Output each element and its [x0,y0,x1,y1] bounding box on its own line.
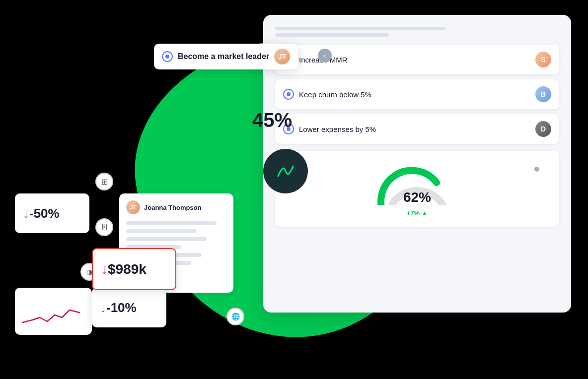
back-button[interactable]: ‹ [318,49,332,63]
objective-card-mmr[interactable]: Increase MMR S [275,45,559,74]
down-arrow-icon: ↓ [100,300,106,315]
avatar-male: B [535,86,551,102]
globe-icon: 🌐 [231,313,240,320]
joanna-name: Joanna Thompson [144,204,202,211]
card-989k: ↓$989k [92,248,176,290]
market-leader-icon [162,51,173,62]
stat-45-value: 45% [252,109,292,131]
line-chart-svg [20,293,87,330]
card-minus50: ↓-50% [15,193,89,233]
skeleton-bar [275,33,389,37]
globe-icon-button[interactable]: 🌐 [226,308,244,325]
chart-card [15,288,92,335]
stat-45-container: ↑45% [243,109,292,131]
joanna-bar-1 [126,221,217,225]
avatar-female: S [535,52,551,67]
joanna-avatar: JT [126,200,140,214]
main-panel: Increase MMR S Keep churn below 5% B [263,15,571,313]
top-skeleton [275,27,559,37]
gauge-dot [534,167,539,172]
database-icon-button[interactable]: 🗄 [95,218,113,236]
card-minus10: ↓-10% [92,288,166,327]
grid-icon: ⊞ [101,177,108,187]
scene: Increase MMR S Keep churn below 5% B [0,0,588,379]
objective-card-churn[interactable]: Keep churn below 5% B [275,79,559,109]
metric-minus50: ↓-50% [23,206,81,221]
market-leader-icon-inner [165,55,169,59]
minus10-value: -10% [106,300,137,315]
stat-45-arrow: ↑ [243,111,252,131]
metric-minus10: ↓-10% [100,300,158,316]
avatar-dark: D [535,121,551,137]
market-leader-label: Become a market leader [178,52,269,61]
down-arrow-icon: ↓ [101,261,108,277]
metric-989k: ↓$989k [101,261,167,277]
gauge-percent: 62% [403,190,431,205]
objective-label: Keep churn below 5% [299,90,371,99]
database-icon: 🗄 [101,223,108,231]
objective-icon [283,89,294,100]
joanna-name-row: JT Joanna Thompson [126,200,226,214]
minus50-value: -50% [29,206,60,221]
market-leader-avatar: JT [274,49,290,64]
989k-value: $989k [108,261,147,277]
back-arrow-icon: ‹ [324,52,326,60]
objective-card-expenses[interactable]: Lower expenses by 5% D [275,114,559,144]
avatar-market-leader: JT [274,49,290,64]
joanna-bar-3 [126,237,207,241]
objective-avatar: D [535,121,551,137]
brand-logo-icon [273,159,298,184]
skeleton-bar [275,27,445,30]
gauge-container: 62% [377,161,457,205]
market-leader-card[interactable]: Become a market leader JT [154,44,298,69]
objective-avatar: B [535,86,551,102]
brand-circle [263,149,308,193]
grid-icon-button[interactable]: ⊞ [95,173,113,190]
gauge-change: +7% ▲ [407,209,428,217]
objective-avatar: S [535,52,551,67]
joanna-bar-2 [126,229,196,233]
down-arrow-icon: ↓ [23,206,29,221]
objective-left: Lower expenses by 5% [283,124,376,134]
gauge-panel: 62% +7% ▲ [275,151,559,227]
objective-icon-inner [287,92,291,96]
objective-label: Lower expenses by 5% [299,125,376,133]
objective-left: Keep churn below 5% [283,89,371,100]
